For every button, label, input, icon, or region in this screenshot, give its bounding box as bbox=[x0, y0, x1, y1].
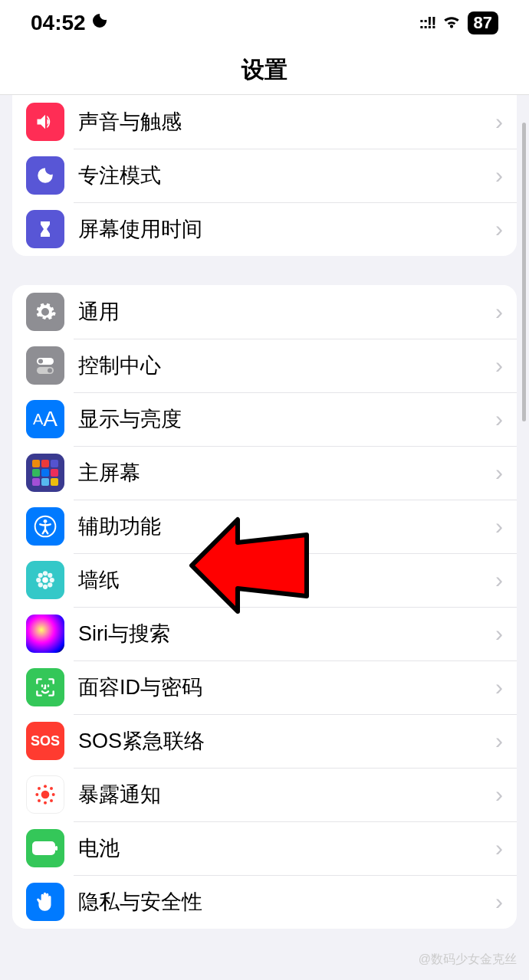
row-sound-haptics[interactable]: 声音与触感 › bbox=[12, 95, 517, 149]
row-label: 声音与触感 bbox=[78, 108, 495, 136]
chevron-right-icon: › bbox=[495, 567, 503, 593]
row-label: 隐私与安全性 bbox=[78, 888, 495, 916]
row-label: 显示与亮度 bbox=[78, 405, 495, 433]
row-privacy-security[interactable]: 隐私与安全性 › bbox=[12, 875, 517, 929]
wifi-icon bbox=[442, 13, 462, 33]
chevron-right-icon: › bbox=[495, 513, 503, 539]
faceid-icon bbox=[26, 668, 64, 706]
settings-group-1: 声音与触感 › 专注模式 › 屏幕使用时间 › bbox=[12, 95, 517, 256]
svg-point-23 bbox=[50, 799, 53, 802]
row-label: 暴露通知 bbox=[78, 781, 495, 808]
gear-icon bbox=[26, 293, 64, 331]
row-home-screen[interactable]: 主屏幕 › bbox=[12, 446, 517, 500]
row-general[interactable]: 通用 › bbox=[12, 285, 517, 339]
row-wallpaper[interactable]: 墙纸 › bbox=[12, 553, 517, 607]
row-label: 通用 bbox=[78, 298, 495, 326]
svg-rect-25 bbox=[55, 846, 58, 851]
svg-point-10 bbox=[50, 578, 54, 582]
svg-point-6 bbox=[42, 577, 48, 583]
svg-point-9 bbox=[36, 578, 41, 582]
svg-point-18 bbox=[35, 793, 38, 796]
row-display-brightness[interactable]: AA 显示与亮度 › bbox=[12, 392, 517, 446]
settings-group-2: 通用 › 控制中心 › AA 显示与亮度 › 主屏幕 › bbox=[12, 285, 517, 929]
row-label: 电池 bbox=[78, 834, 495, 862]
battery-badge: 87 bbox=[468, 11, 498, 34]
chevron-right-icon: › bbox=[495, 162, 503, 188]
settings-content: 声音与触感 › 专注模式 › 屏幕使用时间 › 通用 › bbox=[0, 95, 529, 929]
cellular-icon: ::!! bbox=[419, 13, 435, 33]
svg-point-5 bbox=[44, 519, 48, 523]
row-label: SOS紧急联络 bbox=[78, 727, 495, 755]
row-label: 墙纸 bbox=[78, 566, 495, 594]
hourglass-icon bbox=[26, 210, 64, 248]
svg-point-11 bbox=[38, 573, 43, 578]
battery-icon bbox=[26, 829, 64, 867]
chevron-right-icon: › bbox=[495, 352, 503, 379]
siri-icon bbox=[26, 615, 64, 653]
svg-point-22 bbox=[38, 799, 41, 802]
svg-point-1 bbox=[38, 359, 43, 364]
row-label: Siri与搜索 bbox=[78, 620, 495, 647]
aa-icon: AA bbox=[26, 400, 64, 438]
row-label: 专注模式 bbox=[78, 162, 495, 189]
svg-point-17 bbox=[44, 801, 47, 805]
home-grid-icon bbox=[26, 454, 64, 492]
sound-icon bbox=[26, 103, 64, 141]
page-title: 设置 bbox=[242, 54, 288, 86]
status-bar: 04:52 ::!! 87 bbox=[0, 0, 529, 46]
hand-icon bbox=[26, 883, 64, 921]
row-faceid-passcode[interactable]: 面容ID与密码 › bbox=[12, 660, 517, 714]
svg-point-19 bbox=[52, 793, 55, 796]
chevron-right-icon: › bbox=[495, 782, 503, 808]
row-accessibility[interactable]: 辅助功能 › bbox=[12, 500, 517, 553]
sos-icon: SOS bbox=[26, 722, 64, 760]
chevron-right-icon: › bbox=[495, 889, 503, 915]
chevron-right-icon: › bbox=[495, 835, 503, 861]
svg-point-14 bbox=[48, 582, 52, 587]
svg-point-16 bbox=[44, 785, 47, 788]
chevron-right-icon: › bbox=[495, 621, 503, 647]
row-label: 主屏幕 bbox=[78, 459, 495, 487]
chevron-right-icon: › bbox=[495, 460, 503, 486]
exposure-icon bbox=[26, 775, 64, 814]
scroll-indicator[interactable] bbox=[522, 123, 526, 421]
flower-icon bbox=[26, 561, 64, 599]
status-right: ::!! 87 bbox=[419, 11, 498, 34]
row-siri-search[interactable]: Siri与搜索 › bbox=[12, 607, 517, 660]
svg-point-7 bbox=[43, 571, 48, 575]
svg-point-3 bbox=[48, 369, 52, 373]
row-control-center[interactable]: 控制中心 › bbox=[12, 339, 517, 392]
status-time: 04:52 bbox=[31, 11, 86, 35]
row-label: 控制中心 bbox=[78, 352, 495, 379]
svg-point-21 bbox=[50, 787, 53, 790]
chevron-right-icon: › bbox=[495, 109, 503, 135]
watermark: @数码少女金克丝 bbox=[419, 952, 517, 968]
chevron-right-icon: › bbox=[495, 299, 503, 325]
moon-icon bbox=[26, 156, 64, 195]
nav-header: 设置 bbox=[0, 46, 529, 95]
svg-point-8 bbox=[43, 585, 48, 589]
chevron-right-icon: › bbox=[495, 674, 503, 700]
row-focus[interactable]: 专注模式 › bbox=[12, 149, 517, 202]
svg-point-15 bbox=[41, 791, 50, 799]
dnd-moon-icon bbox=[90, 11, 109, 35]
row-label: 辅助功能 bbox=[78, 513, 495, 540]
accessibility-icon bbox=[26, 507, 64, 546]
row-battery[interactable]: 电池 › bbox=[12, 821, 517, 875]
row-exposure-notifications[interactable]: 暴露通知 › bbox=[12, 768, 517, 821]
svg-point-13 bbox=[38, 582, 43, 587]
row-emergency-sos[interactable]: SOS SOS紧急联络 › bbox=[12, 714, 517, 768]
row-label: 面容ID与密码 bbox=[78, 674, 495, 701]
status-left: 04:52 bbox=[31, 11, 109, 35]
svg-point-12 bbox=[48, 573, 52, 578]
svg-point-20 bbox=[38, 787, 41, 790]
row-screen-time[interactable]: 屏幕使用时间 › bbox=[12, 202, 517, 256]
row-label: 屏幕使用时间 bbox=[78, 215, 495, 243]
switches-icon bbox=[26, 346, 64, 385]
chevron-right-icon: › bbox=[495, 728, 503, 754]
chevron-right-icon: › bbox=[495, 216, 503, 242]
svg-rect-24 bbox=[33, 842, 54, 854]
chevron-right-icon: › bbox=[495, 406, 503, 432]
